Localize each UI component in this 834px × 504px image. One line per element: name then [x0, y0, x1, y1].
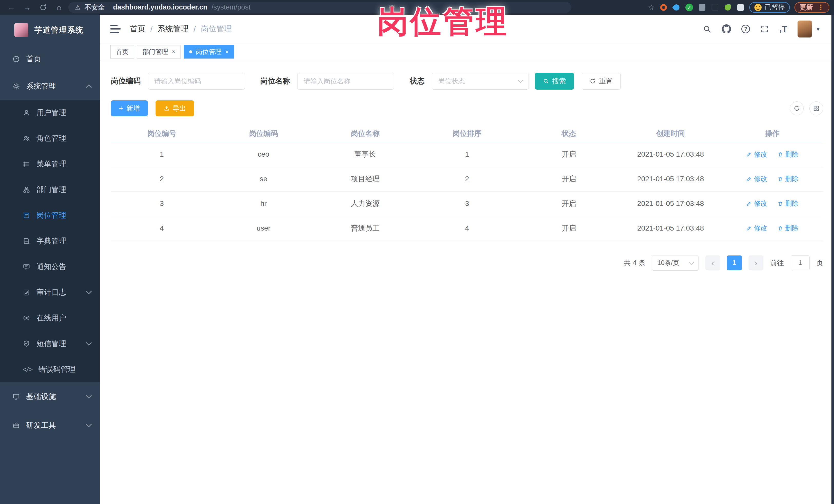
- edit-link[interactable]: 修改: [746, 150, 767, 159]
- close-icon[interactable]: ×: [172, 48, 175, 56]
- address-bar[interactable]: ⚠ 不安全 dashboard.yudao.iocoder.cn /system…: [68, 2, 571, 13]
- font-size-icon[interactable]: тT: [779, 25, 787, 34]
- browser-actions: ☆ ✓ 已暂停 更新 ⋮: [648, 2, 829, 13]
- browser-forward-button[interactable]: →: [21, 2, 34, 13]
- post-name-input[interactable]: [297, 73, 394, 90]
- sidebar-item-label: 岗位管理: [37, 210, 66, 221]
- sidebar-logo[interactable]: 芋道管理系统: [0, 15, 100, 45]
- sidebar-item-posts[interactable]: 岗位管理: [0, 202, 100, 228]
- post-code-input[interactable]: [148, 73, 245, 90]
- dashboard-icon: [12, 55, 20, 63]
- extension-icon-leaf[interactable]: [724, 3, 732, 12]
- help-icon[interactable]: ?: [741, 25, 750, 34]
- breadcrumb-home[interactable]: 首页: [130, 24, 145, 34]
- search-icon[interactable]: [703, 25, 711, 34]
- chevron-down-icon: [689, 260, 694, 265]
- browser-reload-button[interactable]: [37, 2, 50, 13]
- breadcrumb-system[interactable]: 系统管理: [158, 24, 189, 34]
- github-icon[interactable]: [722, 24, 731, 34]
- extension-icon-orange[interactable]: [659, 3, 668, 12]
- edit-link[interactable]: 修改: [746, 174, 767, 183]
- sidebar-item-notice[interactable]: 通知公告: [0, 254, 100, 280]
- page-number-1[interactable]: 1: [727, 256, 742, 270]
- sidebar-item-label: 系统管理: [26, 81, 56, 91]
- chevron-up-icon: [86, 85, 92, 90]
- extension-icon-pin[interactable]: [672, 3, 680, 12]
- browser-back-button[interactable]: ←: [5, 2, 18, 13]
- browser-home-button[interactable]: ⌂: [52, 2, 66, 13]
- sidebar-item-users[interactable]: 用户管理: [0, 100, 100, 126]
- goto-page-input[interactable]: [791, 256, 810, 270]
- close-icon[interactable]: ×: [225, 48, 229, 56]
- posts-table: 岗位编号 岗位编码 岗位名称 岗位排序 状态 创建时间 操作 1 ceo 董事长: [111, 125, 823, 241]
- sidebar-item-error-codes[interactable]: </> 错误码管理: [0, 357, 100, 382]
- sidebar: 芋道管理系统 首页 系统管理: [0, 15, 100, 504]
- sidebar-item-label: 错误码管理: [38, 364, 75, 375]
- edit-link[interactable]: 修改: [746, 224, 767, 233]
- org-tree-icon: [23, 186, 30, 194]
- url-host: dashboard.yudao.iocoder.cn: [113, 3, 208, 11]
- sidebar-item-audit-log[interactable]: 审计日志: [0, 280, 100, 305]
- browser-menu-icon[interactable]: ⋮: [817, 3, 824, 12]
- reset-button[interactable]: 重置: [582, 73, 621, 90]
- extension-icon-grid[interactable]: [698, 3, 706, 12]
- sidebar-item-dev-tools[interactable]: 研发工具: [0, 411, 100, 440]
- app-title: 芋道管理系统: [35, 25, 84, 36]
- profile-paused-chip[interactable]: 已暂停: [749, 2, 790, 13]
- browser-update-button[interactable]: 更新 ⋮: [794, 2, 829, 13]
- fullscreen-icon[interactable]: [760, 25, 769, 34]
- goto-prefix: 前往: [770, 258, 784, 267]
- page-content: 岗位编码 岗位名称 状态 岗位状态 搜索: [100, 73, 834, 270]
- sidebar-item-roles[interactable]: 角色管理: [0, 126, 100, 151]
- sidebar-item-sms[interactable]: 短信管理: [0, 331, 100, 357]
- table-row: 4 user 普通员工 4 开启 2021-01-05 17:03:48 修改: [111, 216, 823, 241]
- sidebar-item-departments[interactable]: 部门管理: [0, 177, 100, 202]
- briefcase-icon: [12, 422, 20, 429]
- sidebar-item-home[interactable]: 首页: [0, 45, 100, 73]
- export-button[interactable]: 导出: [156, 101, 194, 116]
- next-page-button[interactable]: ›: [748, 256, 763, 270]
- users-icon: [23, 134, 30, 142]
- extension-icon-check[interactable]: ✓: [685, 3, 693, 12]
- refresh-table-button[interactable]: [790, 102, 804, 115]
- broadcast-icon: [23, 314, 30, 322]
- paused-label: 已暂停: [765, 3, 785, 12]
- page-scrollbar[interactable]: [831, 15, 834, 504]
- breadcrumb: 首页 / 系统管理 / 岗位管理: [130, 24, 232, 34]
- col-post-id: 岗位编号: [111, 125, 213, 142]
- sidebar-item-dict[interactable]: 字典管理: [0, 228, 100, 254]
- tab-posts[interactable]: 岗位管理 ×: [184, 45, 234, 59]
- user-avatar[interactable]: [797, 21, 812, 38]
- log-edit-icon: [23, 289, 30, 296]
- delete-link[interactable]: 删除: [777, 174, 798, 183]
- bookmark-star-icon[interactable]: ☆: [648, 3, 655, 12]
- page-size-select[interactable]: 10条/页: [652, 255, 699, 270]
- status-select[interactable]: 岗位状态: [432, 73, 529, 90]
- search-button[interactable]: 搜索: [535, 73, 574, 90]
- sidebar-item-infrastructure[interactable]: 基础设施: [0, 382, 100, 411]
- extension-icon-dev[interactable]: [711, 3, 719, 12]
- delete-link[interactable]: 删除: [777, 199, 798, 208]
- tab-departments[interactable]: 部门管理 ×: [137, 45, 181, 59]
- tab-home[interactable]: 首页: [110, 45, 134, 59]
- sidebar-toggle-button[interactable]: [110, 25, 120, 33]
- sidebar-item-label: 角色管理: [37, 133, 66, 144]
- avatar-caret-icon[interactable]: ▾: [816, 25, 820, 32]
- column-settings-button[interactable]: [809, 102, 823, 115]
- add-button[interactable]: + 新增: [111, 101, 148, 116]
- chevron-down-icon: [518, 78, 523, 83]
- filter-form: 岗位编码 岗位名称 状态 岗位状态 搜索: [111, 73, 823, 90]
- update-label: 更新: [799, 3, 813, 12]
- prev-page-button[interactable]: ‹: [705, 256, 720, 270]
- sidebar-item-menus[interactable]: 菜单管理: [0, 151, 100, 177]
- delete-link[interactable]: 删除: [777, 224, 798, 233]
- post-badge-icon: [23, 212, 30, 219]
- sidebar-item-system[interactable]: 系统管理: [0, 73, 100, 100]
- sidebar-item-online-users[interactable]: 在线用户: [0, 305, 100, 331]
- edit-link[interactable]: 修改: [746, 199, 767, 208]
- top-navbar: 首页 / 系统管理 / 岗位管理 ?: [100, 15, 834, 43]
- sidebar-item-label: 通知公告: [37, 262, 66, 272]
- delete-link[interactable]: 删除: [777, 150, 798, 159]
- extensions-puzzle-icon[interactable]: [737, 3, 745, 12]
- system-submenu: 用户管理 角色管理 菜单管理: [0, 100, 100, 382]
